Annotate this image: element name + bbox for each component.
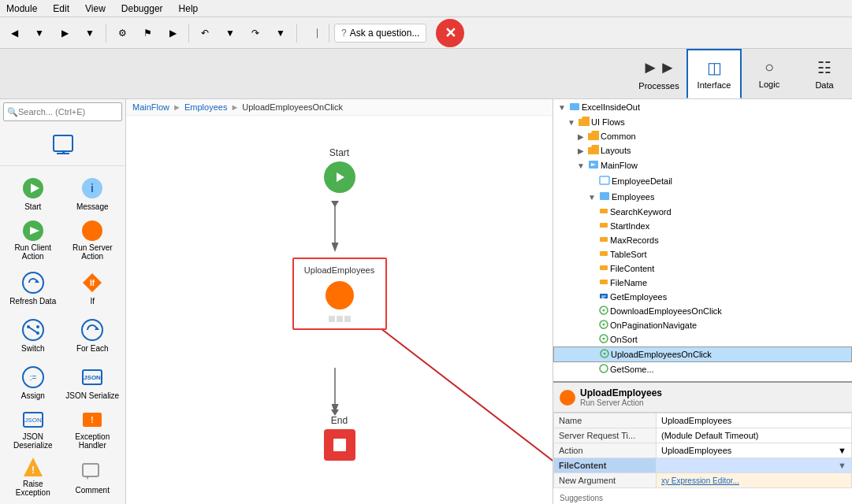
tree-root[interactable]: ▼ ExcelInsideOut [553,99,852,115]
tool-download[interactable]: Download [63,500,123,504]
ui-flows-expand: ▼ [566,117,577,128]
tool-destination[interactable]: Destination [3,500,63,504]
prop-value-new-arg[interactable]: xy Expression Editor... [657,473,852,488]
action-dropdown-arrow[interactable]: ▼ [838,446,846,455]
screen-widget-icon[interactable] [47,129,79,161]
tool-start[interactable]: Start [3,169,63,217]
tree-filename[interactable]: FileName [553,276,852,290]
tree-onpaginationnavigate[interactable]: OnPaginationNavigate [553,318,852,332]
tree-getemployees[interactable]: GetEmployees [553,290,852,304]
upload-node[interactable]: UploadEmployees [292,258,387,330]
tool-exception[interactable]: ! Exception Handler [63,406,123,453]
svg-marker-63 [602,324,605,326]
tree-filecontent[interactable]: FileContent [553,261,852,276]
tree-getsomething[interactable]: GetSome... [553,362,852,376]
filecontent-dropdown-arrow[interactable]: ▼ [838,461,846,470]
svg-text:i: i [91,182,94,195]
svg-point-9 [82,220,102,241]
tools-panel: 🔍 « Start [0,99,126,504]
menu-help[interactable]: Help [176,2,202,16]
end-node[interactable]: End [324,415,355,461]
prop-value-timeout[interactable]: (Module Default Timeout) [657,428,852,443]
tool-json-serial-label: JSON Serialize [65,391,119,400]
action-dropdown[interactable]: UploadEmployees ▼ [661,446,846,455]
run-client-icon [20,220,46,242]
tree-employeedetail-label: EmployeeDetail [612,176,672,186]
tree-filecontent-label: FileContent [610,264,654,273]
menu-debugger[interactable]: Debugger [118,2,166,16]
tool-json-serial[interactable]: JSON JSON Serialize [63,358,123,406]
tool-refresh[interactable]: Refresh Data [3,264,63,311]
upload-box[interactable]: UploadEmployees [292,258,387,330]
breadcrumb-employees[interactable]: Employees [184,102,227,112]
tool-message[interactable]: i Message [63,169,123,217]
breadcrumb-mainflow[interactable]: MainFlow [132,102,169,112]
tree-maxrecords[interactable]: MaxRecords [553,233,852,247]
cancel-button[interactable]: ✕ [436,19,464,47]
filecontent-input[interactable] [661,461,838,470]
prop-value-name[interactable]: UploadEmployees [657,413,852,428]
undo-button[interactable]: ↶ [194,22,216,44]
tree-downloademployees[interactable]: DownloadEmployeesOnClick [553,304,852,318]
tab-interface[interactable]: ◫ Interface [686,49,742,98]
svg-rect-31 [83,464,99,476]
tree-employees[interactable]: ▼ Employees [553,189,852,205]
dropdown-arrow[interactable]: ▼ [28,22,50,44]
back-button[interactable]: ◀ [3,22,25,44]
tool-assign[interactable]: := Assign [3,358,63,406]
tree-ui-flows[interactable]: ▼ UI Flows [553,115,852,129]
svg-text:!: ! [91,416,94,424]
tree-uploademployeesonclick[interactable]: UploadEmployeesOnClick [553,346,852,362]
comment-icon [80,459,105,484]
search-box[interactable]: 🔍 « [3,102,122,121]
tool-raise[interactable]: ! Raise Exception [3,453,63,500]
tool-run-server[interactable]: Run Server Action [63,217,123,264]
employeedetail-expand [586,176,597,187]
tree-onsort[interactable]: OnSort [553,332,852,346]
menu-edit[interactable]: Edit [50,2,73,16]
undo-dropdown[interactable]: ▼ [219,22,241,44]
flow-canvas[interactable]: Start UploadEmployees [126,116,552,502]
publish-button[interactable]: ⚑ [136,22,158,44]
tab-logic[interactable]: ○ Logic [742,49,797,98]
tool-foreach-label: For Each [76,344,109,353]
tree-employeedetail[interactable]: EmployeeDetail [553,173,852,189]
tool-json-deserial[interactable]: JSON JSON Deserialize [3,406,63,453]
tree-filename-label: FileName [610,278,647,287]
tool-if[interactable]: If If [63,264,123,311]
redo-dropdown[interactable]: ▼ [270,22,292,44]
prop-value-action[interactable]: UploadEmployees ▼ [657,443,852,458]
tree-common[interactable]: ▶ Common [553,129,852,143]
tool-switch[interactable]: Switch [3,311,63,358]
tree-startindex[interactable]: StartIndex [553,219,852,233]
tab-processes[interactable]: ►► Processes [631,49,686,98]
menu-view[interactable]: View [82,2,109,16]
prop-value-filecontent[interactable]: ▼ [657,458,852,473]
foreach-icon [80,317,105,343]
tree-searchkeyword[interactable]: SearchKeyword [553,205,852,219]
tool-run-client[interactable]: Run Client Action [3,217,63,264]
debug-button[interactable]: ▶ [162,22,184,44]
svg-rect-50 [600,192,609,200]
start-node[interactable]: Start [324,147,355,193]
tree-layouts[interactable]: ▶ Layouts [553,143,852,158]
tree-searchkeyword-label: SearchKeyword [610,207,672,217]
ask-question-button[interactable]: ? Ask a question... [334,24,426,43]
svg-line-15 [28,327,38,333]
separator3 [296,24,297,43]
expression-editor-button[interactable]: xy Expression Editor... [661,476,739,485]
tool-foreach[interactable]: For Each [63,311,123,358]
tab-data[interactable]: ☷ Data [797,49,852,98]
tree-mainflow[interactable]: ▼ MainFlow [553,158,852,173]
dropdown-arrow2[interactable]: ▼ [79,22,101,44]
tree-tablesort[interactable]: TableSort [553,247,852,261]
compare-button[interactable]: ⎹ [302,22,324,44]
search-input[interactable] [18,107,127,117]
menu-module[interactable]: Module [3,2,40,16]
forward-button[interactable]: ▶ [54,22,76,44]
svg-marker-40 [331,201,339,207]
tab-logic-label: Logic [759,80,779,89]
redo-button[interactable]: ↷ [244,22,266,44]
tool-comment[interactable]: Comment [63,453,123,500]
settings-button[interactable]: ⚙ [111,22,133,44]
